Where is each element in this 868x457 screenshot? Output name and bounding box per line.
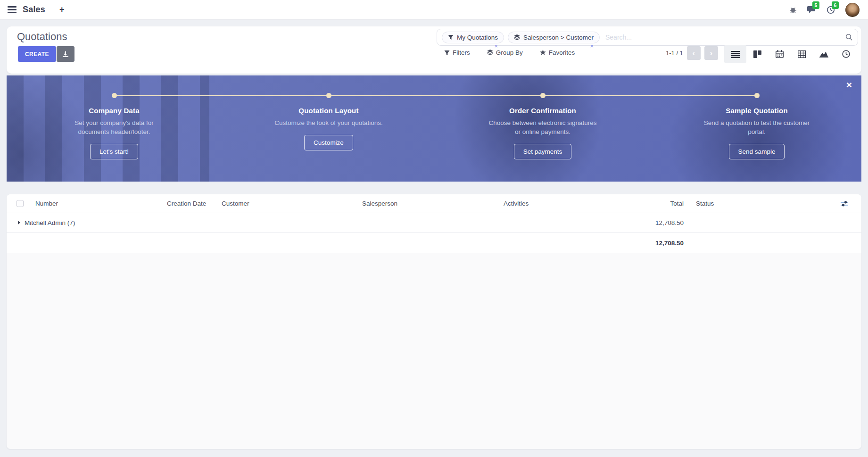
activities-clock-icon[interactable]: 6 bbox=[827, 6, 835, 14]
view-switcher bbox=[724, 45, 857, 63]
user-avatar[interactable] bbox=[845, 3, 860, 17]
onboarding-step-order-confirmation: Order Confirmation Choose between electr… bbox=[477, 107, 609, 159]
step-description: Choose between electronic signatures or … bbox=[488, 119, 597, 137]
step-title: Order Confirmation bbox=[477, 107, 609, 115]
timeline-dot bbox=[112, 93, 117, 98]
header-total[interactable]: Total bbox=[593, 200, 686, 207]
step-description: Customize the look of your quotations. bbox=[274, 119, 383, 128]
header-customer[interactable]: Customer bbox=[222, 200, 362, 207]
quotations-list: Number Creation Date Customer Salesperso… bbox=[7, 194, 861, 449]
page-title: Quotations bbox=[17, 31, 67, 43]
step-title: Company Data bbox=[48, 107, 180, 115]
header-salesperson[interactable]: Salesperson bbox=[362, 200, 504, 207]
facet-remove-icon[interactable]: × bbox=[494, 44, 498, 49]
filters-label: Filters bbox=[453, 49, 470, 56]
control-panel: Quotations CREATE My Quotations × Salesp… bbox=[7, 26, 861, 74]
onboarding-timeline bbox=[114, 95, 757, 96]
pager: 1-1 / 1 ‹ › bbox=[666, 46, 718, 60]
view-kanban-button[interactable] bbox=[746, 45, 769, 63]
filters-button[interactable]: Filters bbox=[444, 49, 470, 56]
select-all-checkbox[interactable] bbox=[17, 200, 24, 207]
plus-icon[interactable]: + bbox=[59, 5, 65, 15]
activity-view-icon bbox=[842, 50, 850, 58]
favorites-button[interactable]: Favorites bbox=[540, 49, 575, 56]
top-navbar: Sales + 5 6 bbox=[0, 0, 868, 20]
onboarding-step-company-data: Company Data Set your company's data for… bbox=[48, 107, 180, 159]
layers-icon bbox=[514, 34, 520, 41]
pager-previous-button[interactable]: ‹ bbox=[687, 46, 701, 60]
search-bar[interactable]: My Quotations × Salesperson > Customer × bbox=[437, 29, 858, 46]
search-facet-groupby[interactable]: Salesperson > Customer × bbox=[508, 32, 600, 43]
onboarding-step-quotation-layout: Quotation Layout Customize the look of y… bbox=[263, 107, 395, 150]
search-icon[interactable] bbox=[845, 33, 853, 41]
timeline-dot bbox=[540, 93, 546, 98]
group-label: Mitchell Admin (7) bbox=[25, 219, 75, 226]
debug-bug-icon[interactable] bbox=[789, 6, 797, 14]
filter-icon bbox=[444, 50, 450, 56]
facet-remove-icon[interactable]: × bbox=[590, 44, 594, 49]
calendar-view-icon bbox=[776, 50, 784, 58]
download-icon bbox=[62, 51, 69, 58]
header-activities[interactable]: Activities bbox=[504, 200, 593, 207]
search-facet-my-quotations[interactable]: My Quotations × bbox=[442, 32, 504, 43]
customize-button[interactable]: Customize bbox=[304, 135, 353, 150]
step-description: Send a quotation to test the customer po… bbox=[702, 119, 811, 137]
messages-badge: 5 bbox=[812, 1, 819, 9]
facet-label: Salesperson > Customer bbox=[523, 34, 594, 41]
step-title: Quotation Layout bbox=[263, 107, 395, 115]
group-row-mitchell-admin[interactable]: Mitchell Admin (7) 12,708.50 bbox=[7, 213, 861, 233]
list-footer-row: 12,708.50 bbox=[7, 233, 861, 253]
pivot-view-icon bbox=[798, 50, 806, 58]
create-button[interactable]: CREATE bbox=[18, 46, 56, 62]
onboarding-banner: × Company Data Set your company's data f… bbox=[7, 75, 861, 182]
step-description: Set your company's data for documents he… bbox=[59, 119, 169, 137]
step-title: Sample Quotation bbox=[691, 107, 823, 115]
pager-value[interactable]: 1-1 / 1 bbox=[666, 50, 683, 57]
timeline-dot bbox=[326, 93, 331, 98]
view-activity-button[interactable] bbox=[835, 45, 857, 63]
kanban-view-icon bbox=[753, 50, 761, 58]
lets-start-button[interactable]: Let's start! bbox=[90, 144, 138, 159]
optional-columns-icon[interactable] bbox=[841, 200, 848, 207]
favorites-label: Favorites bbox=[549, 49, 575, 56]
expand-caret-icon[interactable] bbox=[18, 221, 20, 224]
timeline-dot bbox=[754, 93, 760, 98]
view-list-button[interactable] bbox=[724, 45, 746, 63]
footer-total: 12,708.50 bbox=[655, 240, 684, 247]
messages-icon[interactable]: 5 bbox=[807, 6, 816, 14]
group-total: 12,708.50 bbox=[655, 219, 684, 226]
header-status[interactable]: Status bbox=[686, 200, 804, 207]
apps-menu-icon[interactable] bbox=[8, 5, 17, 15]
view-pivot-button[interactable] bbox=[791, 45, 813, 63]
layers-icon bbox=[487, 50, 493, 56]
graph-view-icon bbox=[819, 50, 828, 58]
set-payments-button[interactable]: Set payments bbox=[514, 144, 572, 159]
filter-icon bbox=[448, 34, 454, 40]
header-number[interactable]: Number bbox=[33, 200, 167, 207]
pager-next-button[interactable]: › bbox=[704, 46, 718, 60]
facet-label: My Quotations bbox=[457, 34, 498, 41]
star-icon bbox=[540, 50, 546, 56]
list-view-icon bbox=[731, 50, 740, 58]
banner-close-icon[interactable]: × bbox=[846, 79, 852, 91]
activities-badge: 6 bbox=[832, 1, 839, 9]
search-options-row: Filters Group By Favorites bbox=[444, 49, 575, 56]
view-calendar-button[interactable] bbox=[769, 45, 791, 63]
onboarding-step-sample-quotation: Sample Quotation Send a quotation to tes… bbox=[691, 107, 823, 159]
list-header-row: Number Creation Date Customer Salesperso… bbox=[7, 194, 861, 213]
export-button[interactable] bbox=[57, 46, 74, 62]
group-by-label: Group By bbox=[496, 49, 523, 56]
app-name[interactable]: Sales bbox=[23, 5, 45, 15]
search-input[interactable] bbox=[605, 33, 842, 41]
send-sample-button[interactable]: Send sample bbox=[729, 144, 785, 159]
group-by-button[interactable]: Group By bbox=[487, 49, 523, 56]
header-creation-date[interactable]: Creation Date bbox=[167, 200, 222, 207]
view-graph-button[interactable] bbox=[813, 45, 835, 63]
